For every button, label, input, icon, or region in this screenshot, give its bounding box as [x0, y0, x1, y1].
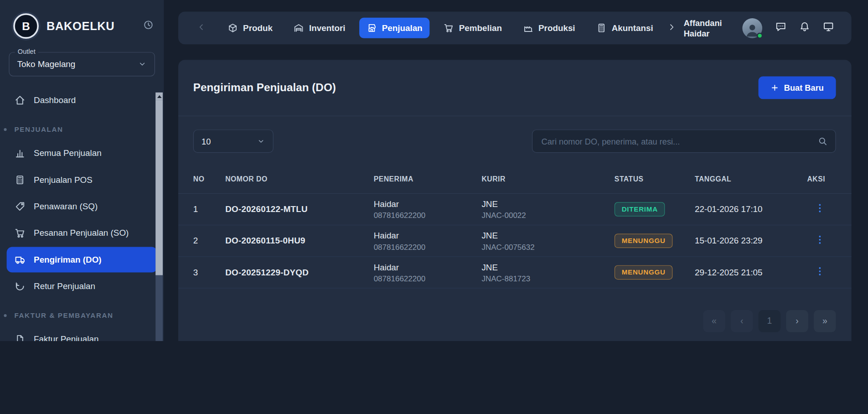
cell-no: 3 — [193, 268, 225, 278]
col-header-nomor-do: NOMOR DO — [225, 175, 373, 183]
brand-logo: B — [13, 13, 39, 39]
pos-terminal-icon — [15, 175, 26, 186]
sidebar-item-pengiriman-do[interactable]: Pengiriman (DO) — [7, 247, 157, 273]
avatar[interactable] — [742, 18, 762, 38]
cell-aksi — [807, 266, 836, 279]
nav-scroll-left-icon[interactable] — [197, 22, 206, 33]
cube-icon — [227, 23, 238, 33]
user-name: Affandani Haidar — [684, 17, 735, 38]
penerima-nama: Haidar — [374, 199, 482, 209]
penerima-telepon: 087816622200 — [374, 211, 482, 219]
col-header-no: NO — [193, 175, 225, 183]
clock-icon[interactable] — [143, 20, 154, 33]
logo-row: B BAKOELKU — [0, 0, 164, 47]
topnav-item-akuntansi[interactable]: Akuntansi — [589, 18, 661, 38]
kebab-menu-icon[interactable] — [815, 266, 825, 276]
cell-kurir: JNE JNAC-881723 — [481, 262, 614, 283]
topnav-item-label: Produksi — [538, 23, 575, 33]
sidebar: B BAKOELKU Outlet Toko Magelang Dashboar… — [0, 0, 164, 341]
col-header-tanggal: TANGGAL — [695, 175, 807, 183]
scrollbar-thumb[interactable] — [155, 100, 163, 275]
online-status-dot — [757, 32, 763, 38]
table-row: 3 DO-20251229-DYQD Haidar 087816622200 J… — [178, 257, 852, 288]
cell-nomor-do: DO-20260122-MTLU — [225, 204, 373, 214]
sidebar-scrollbar[interactable] — [155, 93, 163, 341]
cell-status: DITERIMA — [615, 202, 695, 217]
sidebar-item-label: Dashboard — [34, 95, 76, 105]
topnav-item-label: Pembelian — [459, 23, 502, 33]
cell-kurir: JNE JNAC-0075632 — [481, 231, 614, 251]
topnav-item-pembelian[interactable]: Pembelian — [436, 18, 509, 38]
sidebar-item-pesanan-penjualan-so[interactable]: Pesanan Penjualan (SO) — [7, 220, 157, 246]
app-title: BAKOELKU — [46, 20, 135, 33]
invoice-icon — [15, 334, 26, 341]
chevron-down-icon — [138, 60, 146, 68]
pagination: « ‹ 1 › » — [703, 310, 836, 332]
topnav-item-produksi[interactable]: Produksi — [516, 18, 582, 38]
outlet-value: Toko Magelang — [17, 59, 138, 69]
sidebar-item-label: Semua Penjualan — [34, 148, 102, 158]
table-row: 2 DO-20260115-0HU9 Haidar 087816622200 J… — [178, 225, 852, 257]
page-title: Pengiriman Penjualan (DO) — [193, 82, 336, 94]
sidebar-section-penjualan: PENJUALAN — [0, 119, 164, 140]
pagination-current-page[interactable]: 1 — [759, 310, 781, 332]
topnav-item-label: Produk — [243, 23, 273, 33]
home-icon — [15, 95, 26, 106]
search-input[interactable] — [540, 136, 812, 146]
topnav-item-inventori[interactable]: Inventori — [286, 18, 352, 38]
sidebar-section-faktur-pembayaran: FAKTUR & PEMBAYARAN — [0, 305, 164, 326]
topnav-item-label: Akuntansi — [612, 23, 653, 33]
sidebar-item-retur-penjualan[interactable]: Retur Penjualan — [7, 274, 157, 299]
status-badge: DITERIMA — [615, 202, 665, 217]
kebab-menu-icon[interactable] — [815, 203, 825, 213]
pagination-prev-button[interactable]: ‹ — [731, 310, 753, 332]
sidebar-item-penjualan-pos[interactable]: Penjualan POS — [7, 167, 157, 193]
sidebar-nav: Dashboard PENJUALAN Semua Penjualan Penj… — [0, 85, 164, 341]
table-controls: 10 — [178, 116, 852, 153]
cell-tanggal: 22-01-2026 17:10 — [695, 204, 807, 214]
penerima-telepon: 087816622200 — [374, 242, 482, 251]
pagination-first-button[interactable]: « — [703, 310, 725, 332]
sidebar-item-semua-penjualan[interactable]: Semua Penjualan — [7, 140, 157, 166]
app-root: B BAKOELKU Outlet Toko Magelang Dashboar… — [0, 0, 868, 341]
cell-nomor-do: DO-20251229-DYQD — [225, 268, 373, 278]
factory-icon — [523, 23, 533, 33]
col-header-penerima: PENERIMA — [374, 175, 482, 183]
cell-status: MENUNGGU — [615, 265, 695, 280]
bell-icon[interactable] — [799, 21, 811, 35]
cell-tanggal: 15-01-2026 23:29 — [695, 236, 807, 246]
search-icon[interactable] — [818, 136, 828, 146]
plus-icon — [771, 83, 779, 92]
chat-icon[interactable] — [775, 21, 787, 35]
sidebar-item-label: Retur Penjualan — [34, 281, 95, 291]
monitor-icon[interactable] — [822, 21, 834, 35]
kebab-menu-icon[interactable] — [815, 235, 825, 245]
cell-tanggal: 29-12-2025 21:05 — [695, 268, 807, 278]
return-arrow-icon — [15, 281, 26, 292]
shopping-cart-icon — [444, 23, 454, 33]
cell-nomor-do: DO-20260115-0HU9 — [225, 236, 373, 246]
calculator-icon — [596, 23, 607, 33]
scrollbar-up-icon[interactable] — [155, 93, 163, 100]
kurir-resi: JNAC-0075632 — [481, 242, 614, 251]
cell-penerima: Haidar 087816622200 — [374, 262, 482, 283]
sidebar-item-dashboard[interactable]: Dashboard — [7, 88, 157, 113]
topnav-item-label: Penjualan — [382, 23, 423, 33]
penerima-telepon: 087816622200 — [374, 274, 482, 282]
topnav-item-penjualan[interactable]: Penjualan — [359, 18, 429, 38]
topbar: Produk Inventori Penjualan Pembelian Pro… — [178, 12, 852, 45]
sidebar-item-faktur-penjualan[interactable]: Faktur Penjualan — [7, 326, 157, 341]
outlet-select[interactable]: Outlet Toko Magelang — [9, 52, 155, 76]
sidebar-item-penawaran-sq[interactable]: Penawaran (SQ) — [7, 194, 157, 219]
create-do-button[interactable]: Buat Baru — [759, 77, 836, 99]
page-size-select[interactable]: 10 — [193, 129, 274, 153]
cell-aksi — [807, 235, 836, 247]
status-badge: MENUNGGU — [615, 265, 673, 280]
cell-penerima: Haidar 087816622200 — [374, 199, 482, 220]
topnav-item-produk[interactable]: Produk — [220, 18, 279, 38]
pagination-last-button[interactable]: » — [814, 310, 836, 332]
cell-no: 1 — [193, 204, 225, 214]
outlet-label: Outlet — [15, 47, 38, 55]
nav-scroll-right-icon[interactable] — [667, 22, 676, 33]
pagination-next-button[interactable]: › — [786, 310, 808, 332]
